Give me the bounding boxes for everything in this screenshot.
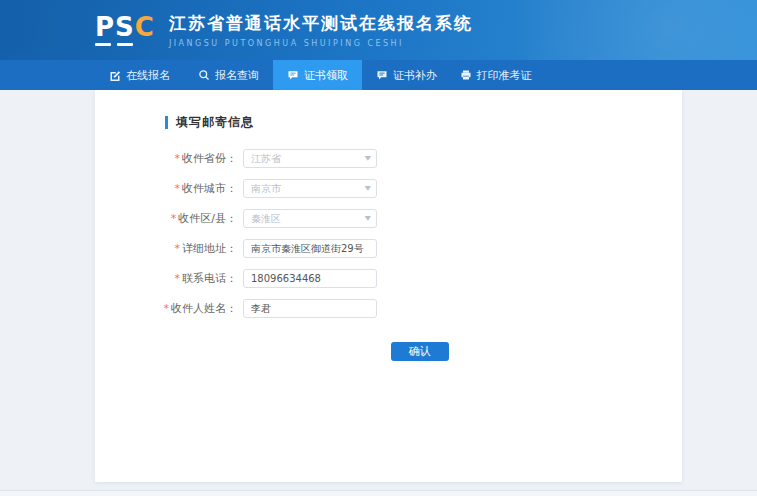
content-card: 填写邮寄信息 *收件省份： 江苏省 ▼ *收件城市： 南京市 ▼ *收件区/县： (95, 90, 682, 482)
tab-online-registration[interactable]: 在线报名 (95, 60, 184, 90)
required-mark: * (171, 212, 177, 225)
app-header: PSC 江苏省普通话水平测试在线报名系统 JIANGSU PUTONGHUA S… (0, 0, 757, 60)
section-header: 填写邮寄信息 (165, 114, 682, 131)
edit-icon (109, 69, 121, 81)
field-label: *联系电话： (157, 271, 237, 286)
form-row-phone: *联系电话： (157, 269, 682, 288)
main-nav: 在线报名 报名查询 证书领取 证书补办 打印准考证 (0, 60, 757, 90)
field-label: *收件区/县： (157, 211, 237, 226)
province-select[interactable]: 江苏省 ▼ (243, 149, 377, 168)
form-row-address: *详细地址： (157, 239, 682, 258)
required-mark: * (175, 272, 181, 285)
tab-certificate-collection[interactable]: 证书领取 (273, 60, 362, 90)
province-select-value: 江苏省 (251, 152, 281, 166)
field-label: *收件省份： (157, 151, 237, 166)
form-row-city: *收件城市： 南京市 ▼ (157, 179, 682, 198)
form-row-district: *收件区/县： 秦淮区 ▼ (157, 209, 682, 228)
psc-logo-underline (95, 43, 155, 46)
required-mark: * (175, 242, 181, 255)
form-row-recipient-name: *收件人姓名： (157, 299, 682, 318)
required-mark: * (164, 302, 170, 315)
chat-bubble-icon (287, 69, 299, 81)
section-bar (165, 116, 168, 129)
city-select-value: 南京市 (251, 182, 281, 196)
required-mark: * (175, 182, 181, 195)
tab-label: 证书补办 (393, 68, 437, 83)
app-subtitle: JIANGSU PUTONGHUA SHUIPING CESHI (169, 39, 473, 48)
contact-phone-input[interactable] (243, 269, 377, 288)
city-select[interactable]: 南京市 ▼ (243, 179, 377, 198)
psc-logo-ps: PS (95, 12, 135, 42)
field-label: *详细地址： (157, 241, 237, 256)
chat-bubble-icon (376, 69, 388, 81)
field-label: *收件城市： (157, 181, 237, 196)
tab-label: 报名查询 (215, 68, 259, 83)
psc-logo-c: C (135, 12, 155, 42)
district-select-value: 秦淮区 (251, 212, 281, 226)
section-title: 填写邮寄信息 (176, 114, 254, 131)
required-mark: * (175, 152, 181, 165)
field-label: *收件人姓名： (157, 301, 237, 316)
chevron-down-icon: ▼ (365, 185, 371, 192)
tab-print-admission-ticket[interactable]: 打印准考证 (451, 60, 540, 90)
page: PSC 江苏省普通话水平测试在线报名系统 JIANGSU PUTONGHUA S… (0, 0, 757, 496)
tab-label: 打印准考证 (477, 68, 532, 83)
app-titles: 江苏省普通话水平测试在线报名系统 JIANGSU PUTONGHUA SHUIP… (169, 12, 473, 48)
form-row-province: *收件省份： 江苏省 ▼ (157, 149, 682, 168)
footer-strip (0, 491, 757, 496)
button-row: 确认 (157, 340, 682, 361)
search-icon (198, 69, 210, 81)
tab-certificate-reissue[interactable]: 证书补办 (362, 60, 451, 90)
app-title: 江苏省普通话水平测试在线报名系统 (169, 12, 473, 35)
confirm-button[interactable]: 确认 (391, 342, 449, 361)
recipient-name-input[interactable] (243, 299, 377, 318)
district-select[interactable]: 秦淮区 ▼ (243, 209, 377, 228)
tab-registration-query[interactable]: 报名查询 (184, 60, 273, 90)
chevron-down-icon: ▼ (365, 215, 371, 222)
tab-label: 证书领取 (304, 68, 348, 83)
tab-label: 在线报名 (126, 68, 170, 83)
psc-logo: PSC (95, 14, 155, 46)
chevron-down-icon: ▼ (365, 155, 371, 162)
mailing-info-form: *收件省份： 江苏省 ▼ *收件城市： 南京市 ▼ *收件区/县： 秦淮区 ▼ (157, 149, 682, 361)
psc-logo-text: PSC (95, 14, 155, 40)
detailed-address-input[interactable] (243, 239, 377, 258)
printer-icon (460, 69, 472, 81)
